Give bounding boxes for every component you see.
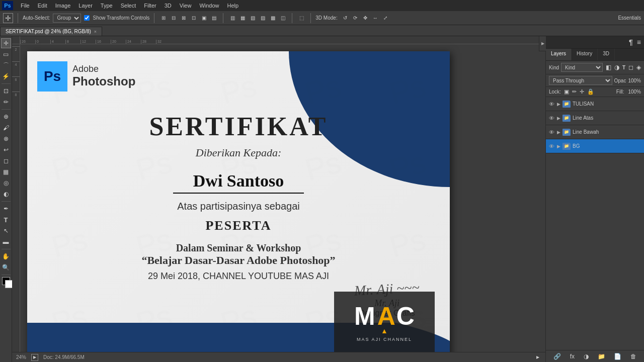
align-left-icon[interactable]: ⊞ — [159, 14, 168, 23]
ruler-tick: 16 — [96, 40, 111, 44]
filter-shape-icon[interactable]: ◻ — [628, 64, 633, 71]
create-layer-btn[interactable]: 📄 — [614, 353, 621, 360]
filter-type-icon[interactable]: T — [622, 65, 625, 70]
dist-center-v-icon[interactable]: ▩ — [268, 14, 277, 23]
ruler-left-tick: 8 — [12, 92, 20, 107]
zoom-tool[interactable]: 🔍 — [1, 262, 11, 273]
align-center-h-icon[interactable]: ⊟ — [169, 14, 178, 23]
layer-visibility-bg[interactable]: 👁 — [548, 143, 555, 150]
text-align-icon[interactable]: ≡ — [637, 38, 641, 46]
layer-visibility-tulisan[interactable]: 👁 — [548, 101, 555, 108]
align-right-icon[interactable]: ⊠ — [179, 14, 188, 23]
ps-app-logo: Ps — [2, 1, 13, 10]
history-brush-tool[interactable]: ↩ — [1, 145, 11, 155]
lock-transparency-icon[interactable]: ▣ — [564, 88, 569, 95]
dist-center-h-icon[interactable]: ▦ — [238, 14, 247, 23]
menu-help[interactable]: Help — [224, 2, 243, 10]
advance-btn[interactable]: ▶ — [534, 354, 541, 361]
auto-select-dropdown[interactable]: Group Layer — [53, 14, 81, 23]
lock-paint-icon[interactable]: ✏ — [572, 88, 577, 95]
brush-tool[interactable]: 🖌 — [1, 123, 11, 133]
filter-adj-icon[interactable]: ◑ — [614, 64, 619, 71]
lock-position-icon[interactable]: ✛ — [580, 88, 584, 95]
type-tool[interactable]: T — [1, 215, 11, 225]
hand-tool[interactable]: ✋ — [1, 251, 11, 261]
dist-bottom-icon[interactable]: ◫ — [278, 14, 287, 23]
link-layers-btn[interactable]: 🔗 — [553, 353, 561, 360]
path-select-tool[interactable]: ↖ — [1, 226, 11, 236]
layer-visibility-linebawah[interactable]: 👁 — [548, 129, 555, 136]
3d-slide-icon[interactable]: ↔ — [371, 14, 380, 23]
dodge-tool[interactable]: ◐ — [1, 189, 11, 199]
eraser-tool[interactable]: ◻ — [1, 156, 11, 166]
layer-visibility-lineatas[interactable]: 👁 — [548, 115, 555, 122]
layer-expand-lineatas[interactable]: ▶ — [557, 116, 560, 121]
eyedropper-tool[interactable]: ✏ — [1, 97, 11, 107]
delete-layer-btn[interactable]: 🗑 — [630, 353, 636, 360]
clone-stamp-tool[interactable]: ⊗ — [1, 134, 11, 144]
menu-edit[interactable]: Edit — [34, 2, 51, 10]
rectangle-tool[interactable]: ▬ — [1, 237, 11, 247]
align-top-icon[interactable]: ⊡ — [189, 14, 198, 23]
foreground-color[interactable] — [2, 277, 10, 285]
layer-item-linebawah[interactable]: 👁 ▶ 📁 Line Bawah — [546, 125, 644, 139]
menu-file[interactable]: File — [17, 2, 33, 10]
mac-triangle-icon: ▲ — [381, 327, 388, 335]
add-fx-btn[interactable]: fx — [570, 353, 575, 360]
add-mask-btn[interactable]: ◑ — [584, 353, 589, 360]
document-tab[interactable]: SERTIFIKAT.psd @ 24% (BG, RGB/8) × — [0, 27, 102, 36]
panel-collapse-btn[interactable]: ▶ — [539, 36, 546, 51]
filter-pixel-icon[interactable]: ◧ — [606, 64, 611, 71]
move-tool[interactable]: ✛ — [1, 38, 11, 48]
menu-window[interactable]: Window — [196, 2, 222, 10]
layer-item-lineatas[interactable]: 👁 ▶ 📁 Line Atas — [546, 111, 644, 125]
dist-left-icon[interactable]: ▥ — [228, 14, 237, 23]
layer-expand-bg[interactable]: ▶ — [557, 144, 560, 149]
menu-layer[interactable]: Layer — [75, 2, 96, 10]
lock-all-icon[interactable]: 🔒 — [587, 88, 594, 95]
dist-right-icon[interactable]: ▧ — [248, 14, 257, 23]
menu-view[interactable]: View — [176, 2, 195, 10]
tab-layers[interactable]: Layers — [546, 49, 572, 60]
blur-tool[interactable]: ◎ — [1, 178, 11, 188]
tab-history[interactable]: History — [572, 49, 598, 60]
opacity-value[interactable]: 100% — [628, 78, 641, 83]
3d-pan-icon[interactable]: ✥ — [361, 14, 370, 23]
filter-smart-icon[interactable]: ◈ — [636, 64, 641, 71]
fill-value[interactable]: 100% — [628, 89, 641, 95]
layer-expand-tulisan[interactable]: ▶ — [557, 102, 560, 107]
layer-folder-icon-tulisan: 📁 — [562, 101, 571, 108]
blend-mode-select[interactable]: Pass Through Normal Multiply Screen — [549, 76, 612, 85]
dist-top-icon[interactable]: ▨ — [258, 14, 267, 23]
layer-item-bg[interactable]: 👁 ▶ 📁 BG — [546, 139, 644, 153]
menu-3d[interactable]: 3D — [161, 2, 175, 10]
tab-3d[interactable]: 3D — [598, 49, 615, 60]
create-group-btn[interactable]: 📁 — [598, 353, 605, 360]
kind-select[interactable]: Kind Name Effect Mode Attribute Color — [561, 63, 603, 72]
healing-brush-tool[interactable]: ⊕ — [1, 112, 11, 122]
crop-tool[interactable]: ⊡ — [1, 86, 11, 96]
tab-close-btn[interactable]: × — [94, 29, 97, 34]
rectangle-select-tool[interactable]: ▭ — [1, 49, 11, 59]
cert-date: 29 Mei 2018, CHANNEL YOUTUBE MAS AJI — [57, 271, 420, 282]
gradient-tool[interactable]: ▦ — [1, 167, 11, 177]
layer-item-tulisan[interactable]: 👁 ▶ 📁 TULISAN — [546, 97, 644, 111]
3d-rotate-icon[interactable]: ↺ — [341, 14, 350, 23]
layer-expand-linebawah[interactable]: ▶ — [557, 130, 560, 135]
menu-image[interactable]: Image — [52, 2, 74, 10]
zoom-options-btn[interactable]: ▶ — [31, 354, 38, 361]
align-bottom-icon[interactable]: ▤ — [209, 14, 218, 23]
align-center-v-icon[interactable]: ▣ — [199, 14, 208, 23]
canvas-area: 26 0 4 8 12 16 20 24 28 32 2 4 6 8 P — [12, 36, 545, 362]
magic-wand-tool[interactable]: ⚡ — [1, 71, 11, 81]
transform-controls-checkbox[interactable] — [84, 15, 90, 21]
3d-roll-icon[interactable]: ⟳ — [351, 14, 360, 23]
menu-type[interactable]: Type — [97, 2, 116, 10]
arrange-icon[interactable]: ⬚ — [297, 14, 306, 23]
paragraph-icon[interactable]: ¶ — [629, 38, 633, 46]
pen-tool[interactable]: ✒ — [1, 204, 11, 214]
lasso-tool[interactable]: ⌒ — [1, 60, 11, 70]
menu-select[interactable]: Select — [117, 2, 140, 10]
menu-filter[interactable]: Filter — [140, 2, 159, 10]
3d-scale-icon[interactable]: ⤢ — [381, 14, 390, 23]
